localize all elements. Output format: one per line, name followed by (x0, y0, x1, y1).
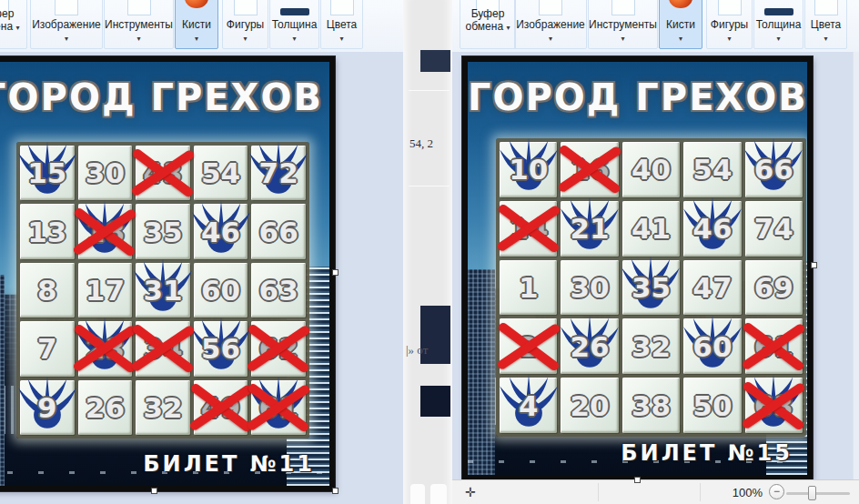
cell-number: 61 (745, 318, 803, 374)
grid-cell: 35 (136, 204, 190, 258)
grid-cell: 21 (561, 201, 618, 257)
group-label: Фигуры (707, 18, 752, 31)
grid-cell: 49 (194, 380, 248, 435)
ribbon-group-brushes[interactable]: Кисти ▾ (175, 0, 218, 49)
shapes-icon (718, 0, 742, 15)
zoom-slider[interactable] (786, 492, 850, 495)
cell-number: 8 (20, 263, 75, 318)
ribbon-group-shapes[interactable]: Фигуры ▾ (706, 0, 753, 49)
grid-cell: 15 (20, 146, 75, 200)
ribbon-group-thickness[interactable]: Толщина ▾ (753, 0, 803, 49)
ticket-title: ГОРОД ГРЕХОВ (0, 76, 329, 118)
cell-number: 66 (251, 204, 306, 258)
cell-number: 7 (20, 321, 75, 376)
group-label: Изображение (31, 18, 102, 31)
cell-number: 54 (194, 146, 248, 200)
grid-cell: 26 (78, 380, 133, 435)
grid-cell: 1 (500, 260, 557, 316)
group-label: Кисти (176, 18, 217, 31)
ticket-grid: 1530435472131835466681731606372334566292… (16, 142, 309, 438)
group-label: Буфер (0, 7, 26, 20)
cell-number: 1 (500, 260, 557, 316)
cell-number: 54 (683, 142, 741, 197)
background-text-fragment: |» от (406, 343, 451, 358)
background-tab (430, 484, 447, 504)
grid-cell: 72 (251, 146, 306, 200)
cell-number: 46 (194, 204, 248, 258)
cell-number: 63 (745, 378, 803, 433)
paint-window-right: Буфер обмена ▾ Изображение ▾ Инструменты… (452, 0, 859, 504)
cell-number: 23 (78, 321, 133, 376)
thickness-bar-icon (280, 8, 309, 15)
grid-cell: 54 (194, 146, 248, 200)
zoom-slider-thumb[interactable] (808, 486, 816, 500)
chevron-down-icon: ▾ (321, 35, 362, 43)
selection-handle-corner[interactable] (332, 488, 339, 494)
ribbon-group-image[interactable]: Изображение ▾ (514, 0, 587, 49)
ribbon-group-thickness[interactable]: Толщина ▾ (269, 0, 319, 49)
grid-cell: 14 (500, 201, 557, 257)
group-label: Кисти (660, 18, 702, 31)
ribbon-group-tools[interactable]: Инструменты ▾ (104, 0, 174, 49)
ribbon: Буфер обмена ▾ Изображение ▾ Инструменты… (452, 0, 859, 53)
ribbon-group-clipboard[interactable]: Буфер обмена ▾ (0, 0, 27, 49)
grid-cell: 41 (622, 201, 680, 257)
chevron-down-icon: ▾ (15, 24, 19, 32)
cell-number: 14 (500, 201, 557, 257)
ribbon-group-shapes[interactable]: Фигуры ▾ (222, 0, 268, 49)
lottery-ticket-11: ГОРОД ГРЕХОВ 153043547213183546668173160… (0, 62, 329, 486)
colors-icon (330, 0, 354, 15)
cell-number: 26 (78, 380, 133, 435)
group-label: Буфер (460, 7, 515, 20)
cell-number: 31 (136, 263, 190, 318)
cell-number: 35 (622, 260, 680, 316)
background-image-block (420, 50, 450, 72)
cell-number: 66 (745, 142, 803, 197)
shapes-icon (234, 0, 258, 15)
group-label: Инструменты (105, 18, 173, 31)
grid-cell: 17 (78, 263, 133, 318)
ribbon-group-clipboard[interactable]: Буфер обмена ▾ (460, 0, 516, 49)
scrollbar-strip[interactable] (853, 52, 859, 480)
grid-cell: 30 (561, 260, 618, 316)
grid-cell: 16 (561, 142, 618, 197)
paint-canvas-area[interactable]: ГОРОД ГРЕХОВ 101640546614214146741303547… (452, 52, 859, 480)
cell-number: 35 (136, 204, 190, 258)
selection-handle-bottom[interactable] (151, 488, 157, 494)
grid-cell: 61 (745, 318, 803, 374)
group-label: обмена (0, 20, 13, 33)
grid-cell: 63 (251, 263, 306, 318)
cell-number: 62 (251, 321, 306, 376)
paint-canvas-area[interactable]: ГОРОД ГРЕХОВ 153043547213183546668173160… (0, 52, 403, 504)
image-icon (55, 0, 78, 15)
ribbon-group-colors[interactable]: Цвета ▾ (804, 0, 847, 49)
selection-handle-bottom[interactable] (634, 477, 641, 483)
ribbon-group-tools[interactable]: Инструменты ▾ (588, 0, 658, 49)
grid-cell: 13 (20, 204, 75, 258)
cell-number: 32 (622, 318, 680, 374)
grid-cell: 60 (194, 263, 248, 318)
zoom-out-button[interactable]: − (769, 484, 784, 499)
grid-cell: 26 (561, 318, 618, 374)
canvas-image[interactable]: ГОРОД ГРЕХОВ 101640546614214146741303547… (462, 56, 813, 480)
cell-number: 49 (194, 380, 248, 435)
cell-number: 21 (561, 201, 618, 257)
grid-cell: 2 (500, 318, 557, 374)
selection-handle-right[interactable] (332, 269, 339, 276)
grid-cell: 4 (500, 378, 557, 433)
cell-number: 9 (20, 380, 75, 435)
ribbon-group-colors[interactable]: Цвета ▾ (320, 0, 363, 49)
ticket-number: БИЛЕТ №15 (621, 440, 793, 466)
grid-cell: 50 (683, 378, 741, 433)
group-label: Цвета (321, 18, 362, 31)
grid-cell: 30 (78, 146, 133, 200)
ribbon-group-image[interactable]: Изображение ▾ (30, 0, 103, 49)
grid-cell: 9 (20, 380, 75, 435)
grid-cell: 66 (745, 142, 803, 197)
selection-handle-right[interactable] (811, 262, 817, 268)
canvas-image[interactable]: ГОРОД ГРЕХОВ 153043547213183546668173160… (0, 56, 335, 491)
grid-cell: 54 (683, 142, 741, 197)
cell-number: 46 (683, 201, 741, 257)
ribbon-group-brushes[interactable]: Кисти ▾ (659, 0, 702, 49)
grid-cell: 46 (194, 204, 248, 258)
